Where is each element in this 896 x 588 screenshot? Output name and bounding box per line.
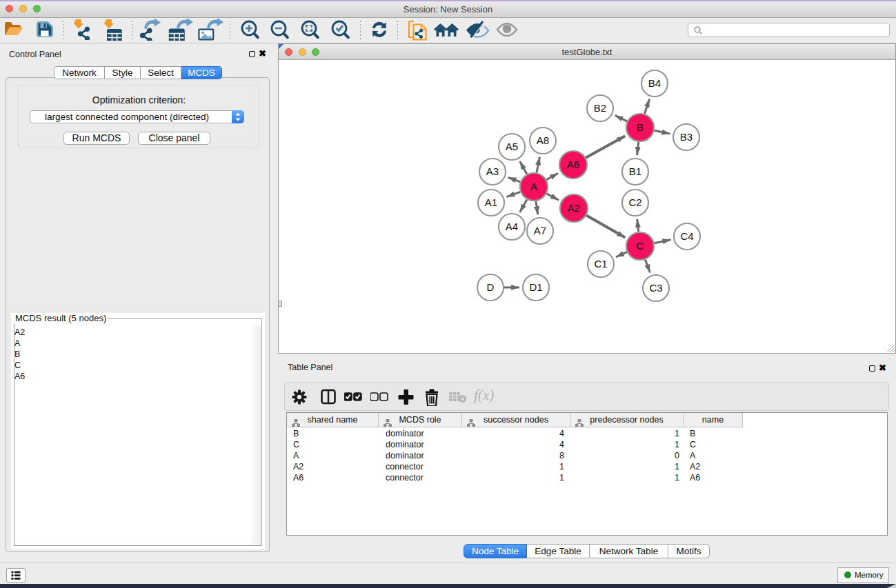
svg-text:A6: A6 <box>567 159 579 170</box>
svg-text:A5: A5 <box>506 141 518 152</box>
svg-text:B4: B4 <box>648 77 661 89</box>
svg-text:A7: A7 <box>534 225 546 236</box>
svg-text:C: C <box>637 240 644 252</box>
svg-text:A4: A4 <box>506 221 518 232</box>
svg-text:B1: B1 <box>629 165 641 177</box>
svg-text:C3: C3 <box>649 282 662 294</box>
svg-text:D: D <box>487 281 495 293</box>
svg-text:C2: C2 <box>628 196 641 208</box>
svg-text:A3: A3 <box>486 165 499 177</box>
svg-text:B3: B3 <box>680 131 693 143</box>
svg-text:C1: C1 <box>594 258 607 270</box>
svg-text:B2: B2 <box>594 102 606 114</box>
svg-text:D1: D1 <box>529 281 542 293</box>
svg-text:B: B <box>637 121 644 133</box>
svg-text:A: A <box>530 181 537 192</box>
svg-text:A2: A2 <box>568 202 580 214</box>
svg-text:A8: A8 <box>537 134 549 146</box>
svg-text:A1: A1 <box>485 196 497 208</box>
svg-text:C4: C4 <box>680 230 693 242</box>
